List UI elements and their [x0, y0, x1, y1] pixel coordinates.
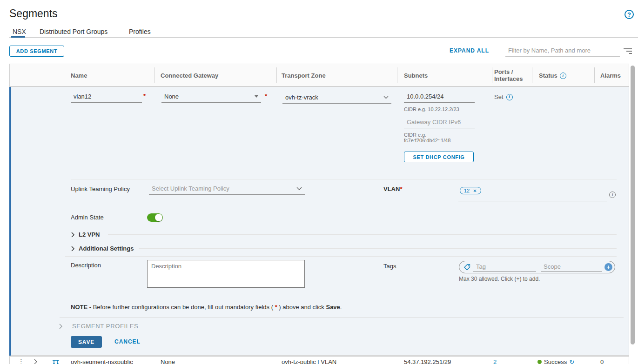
segment-edit-row	[10, 87, 629, 356]
toggle-knob	[155, 214, 162, 221]
refresh-icon[interactable]: ↻	[569, 358, 574, 364]
segment-profiles-expander[interactable]: SEGMENT PROFILES	[59, 323, 138, 330]
cancel-button[interactable]: CANCEL	[114, 338, 141, 345]
segment-icon	[52, 358, 60, 364]
ports-set-label: Set	[494, 93, 504, 100]
segment-name-input[interactable]	[71, 92, 142, 103]
chevron-down-icon	[296, 187, 302, 191]
additional-settings-expander[interactable]: Additional Settings	[71, 245, 134, 252]
filter-input[interactable]	[505, 46, 620, 57]
description-textarea[interactable]	[147, 260, 305, 288]
gateway-cidr-ipv6-input[interactable]	[404, 117, 475, 128]
section-divider	[65, 256, 617, 257]
tab-profiles[interactable]: Profiles	[129, 28, 151, 35]
gateway-required-marker: *	[265, 93, 267, 99]
row-expand-chevron-icon[interactable]	[34, 359, 38, 364]
row-transport-zone: ovh-tz-public | VLAN	[282, 358, 336, 364]
filter-icon[interactable]	[624, 47, 632, 54]
row-ports-link[interactable]: 2	[493, 358, 497, 364]
col-separator	[276, 67, 277, 83]
help-icon[interactable]: ?	[625, 10, 634, 19]
uplink-teaming-select[interactable]: Select Uplink Teaming Policy	[149, 184, 305, 195]
admin-state-toggle[interactable]	[147, 213, 163, 222]
description-label: Description	[71, 262, 101, 269]
row-connected-gateway: None	[161, 358, 175, 364]
scope-input[interactable]	[541, 262, 602, 272]
expander-rule	[108, 234, 617, 235]
tag-icon	[463, 264, 471, 271]
save-button[interactable]: SAVE	[71, 336, 102, 348]
uplink-teaming-label: Uplink Teaming Policy	[71, 185, 130, 192]
l2vpn-expander[interactable]: L2 VPN	[71, 231, 100, 238]
scrollbar-thumb[interactable]	[631, 66, 635, 344]
vlan-required-marker: *	[400, 185, 402, 192]
selected-row-indicator	[9, 87, 11, 356]
ipv4-cidr-hint: CIDR e.g. 10.22.12.2/23	[404, 106, 459, 113]
column-header-transport-zone[interactable]: Transport Zone	[282, 72, 326, 79]
chevron-right-icon	[71, 232, 75, 238]
status-success-dot	[537, 360, 542, 364]
caret-down-icon	[255, 95, 258, 98]
ports-interfaces-cell: Set i	[494, 93, 513, 100]
tab-distributed-port-groups[interactable]: Distributed Port Groups	[40, 28, 107, 35]
transport-zone-select[interactable]: ovh-tz-vrack	[282, 93, 391, 104]
ipv6-cidr-hint-line2: fc7e:f206:db42::1/48	[404, 138, 450, 144]
vlan-label-group: VLAN*	[383, 185, 402, 193]
column-header-connected-gateway[interactable]: Connected Gateway	[161, 72, 218, 79]
section-divider	[60, 317, 624, 318]
row-status-cell: Success ↻	[537, 358, 574, 364]
col-separator	[594, 67, 595, 83]
active-tab-underline	[11, 36, 25, 38]
add-segment-button[interactable]: ADD SEGMENT	[9, 46, 64, 57]
gateway-cidr-ipv4-input[interactable]	[404, 92, 475, 103]
col-separator	[492, 67, 492, 83]
tags-hint: Max 30 allowed. Click (+) to add.	[459, 276, 540, 282]
vlan-chip[interactable]: 12 ✕	[460, 187, 481, 194]
vlan-input-underline[interactable]	[458, 201, 607, 201]
chip-close-icon[interactable]: ✕	[473, 188, 477, 193]
status-info-icon[interactable]: i	[560, 73, 566, 79]
column-header-subnets[interactable]: Subnets	[404, 72, 428, 79]
note-text: NOTE - Before further configurations can…	[71, 304, 342, 311]
tags-input-group: +	[459, 261, 615, 273]
column-header-alarms[interactable]: Alarms	[600, 72, 621, 79]
connected-gateway-select[interactable]: None	[161, 92, 261, 103]
column-header-status[interactable]: Status i	[539, 72, 566, 79]
column-header-name[interactable]: Name	[71, 72, 87, 79]
ports-info-icon[interactable]: i	[506, 94, 513, 100]
row-menu-icon[interactable]: ⋮	[18, 357, 25, 364]
vlan-info-icon[interactable]: i	[609, 192, 616, 198]
page-title: Segments	[9, 7, 58, 20]
row-subnets: 54.37.192.251/29	[404, 358, 451, 364]
tab-nsx[interactable]: NSX	[13, 28, 26, 35]
expand-all-button[interactable]: EXPAND ALL	[450, 47, 489, 54]
col-separator	[154, 67, 155, 83]
chevron-right-icon	[71, 246, 75, 251]
segments-page: Segments ? NSX Distributed Port Groups P…	[0, 0, 638, 364]
section-divider	[71, 179, 617, 179]
expander-rule	[139, 248, 617, 249]
admin-state-label: Admin State	[71, 214, 104, 221]
tags-label: Tags	[383, 263, 396, 270]
set-dhcp-config-button[interactable]: SET DHCP CONFIG	[404, 152, 474, 162]
vlan-label: VLAN	[383, 185, 400, 192]
add-tag-button[interactable]: +	[604, 263, 612, 271]
row-status-text: Success	[544, 358, 567, 364]
name-required-marker: *	[143, 93, 146, 99]
row-alarms: 0	[600, 358, 604, 364]
col-separator	[64, 67, 64, 83]
tabbar-divider	[9, 37, 638, 38]
column-header-ports-interfaces[interactable]: Ports / Interfaces	[494, 68, 528, 82]
col-separator	[397, 67, 397, 83]
row-name[interactable]: ovh-segment-nsxpublic	[71, 358, 133, 364]
chevron-right-icon	[59, 324, 63, 329]
col-separator	[532, 67, 532, 83]
tag-input[interactable]	[473, 262, 536, 272]
chevron-down-icon	[383, 96, 389, 99]
